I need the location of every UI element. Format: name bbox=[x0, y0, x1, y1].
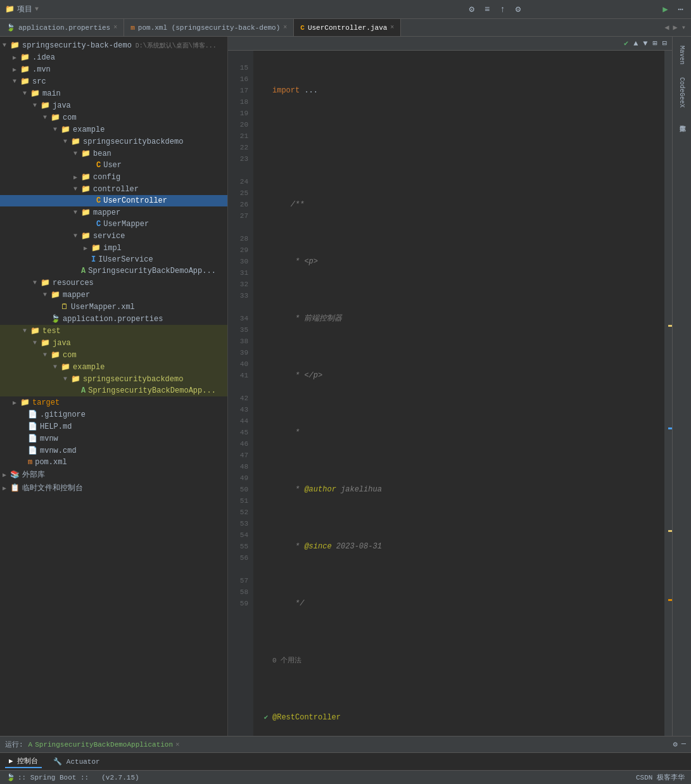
tree-item-iuserservice[interactable]: I IUserService bbox=[0, 254, 227, 265]
run-bar-label: 运行: bbox=[5, 740, 23, 749]
run-icon[interactable]: ▶ bbox=[660, 3, 670, 16]
folder-target-icon: 📁 bbox=[20, 398, 30, 407]
tree-item-usermapper-xml[interactable]: 🗒 UserMapper.xml bbox=[0, 301, 227, 313]
bottom-tab-console[interactable]: ▶ 控制台 bbox=[5, 755, 42, 768]
tree-item-com[interactable]: ▼ 📁 com bbox=[0, 111, 227, 123]
tree-item-service[interactable]: ▼ 📁 service bbox=[0, 230, 227, 242]
tree-item-test[interactable]: ▼ 📁 test bbox=[0, 325, 227, 337]
tree-item-help-md[interactable]: 📄 HELP.md bbox=[0, 420, 227, 433]
line-num-59: 59 bbox=[228, 598, 253, 609]
line-num-27: 27 bbox=[228, 210, 253, 222]
tree-item-springsecuritybackdemo[interactable]: ▼ 📁 springsecuritybackdemo bbox=[0, 136, 227, 148]
code-text-import: import ... bbox=[272, 85, 664, 96]
tree-item-config[interactable]: ▶ 📁 config bbox=[0, 171, 227, 183]
arrow-controller: ▼ bbox=[73, 186, 81, 193]
tree-item-test-java[interactable]: ▼ 📁 java bbox=[0, 337, 227, 349]
folder-bean-icon: 📁 bbox=[81, 149, 91, 158]
bottom-tab-actuator[interactable]: 🔧 Actuator bbox=[49, 756, 103, 767]
tree-item-root[interactable]: ▼ 📁 springsecurity-back-demo D:\系统默认\桌面\… bbox=[0, 39, 227, 51]
tree-label-src: src bbox=[32, 77, 46, 86]
tree-item-java[interactable]: ▼ 📁 java bbox=[0, 99, 227, 111]
tab-scroll-right-icon[interactable]: ▶ bbox=[673, 23, 678, 32]
tree-item-example[interactable]: ▼ 📁 example bbox=[0, 123, 227, 136]
structure-icon[interactable]: ≡ bbox=[482, 3, 492, 16]
tree-item-mapper-resources[interactable]: ▼ 📁 mapper bbox=[0, 289, 227, 301]
tab-app-props-label: application.properties bbox=[18, 24, 110, 32]
code-expand-icon[interactable]: ⊞ bbox=[653, 39, 657, 48]
toolbar-icons: ⚙ ≡ ↑ ⚙ ▶ ⋯ bbox=[466, 3, 686, 16]
tree-item-mvnw[interactable]: 📄 mvnw bbox=[0, 433, 227, 445]
tab-app-props-close[interactable]: × bbox=[113, 24, 117, 31]
tab-pom-close[interactable]: × bbox=[283, 24, 287, 31]
main-area: ▼ 📁 springsecurity-back-demo D:\系统默认\桌面\… bbox=[0, 37, 691, 736]
tab-user-controller[interactable]: C UserController.java × bbox=[294, 19, 401, 36]
more-icon[interactable]: ⋯ bbox=[676, 3, 686, 16]
code-shrink-icon[interactable]: ⊟ bbox=[662, 39, 667, 48]
tree-item-resources[interactable]: ▼ 📁 resources bbox=[0, 277, 227, 289]
arrow-java: ▼ bbox=[33, 102, 41, 109]
sidebar-item-codegeex[interactable]: CodeGeeX bbox=[677, 73, 687, 111]
tab-scroll-left-icon[interactable]: ◀ bbox=[664, 23, 669, 32]
tree-item-bean[interactable]: ▼ 📁 bean bbox=[0, 148, 227, 160]
tree-item-usercontroller[interactable]: C UserController bbox=[0, 195, 227, 206]
tree-item-external[interactable]: ▶ 📚 外部库 bbox=[0, 468, 227, 481]
tree-item-springapp[interactable]: A SpringsecurityBackDemoApp... bbox=[0, 265, 227, 277]
tree-item-mapper[interactable]: ▼ 📁 mapper bbox=[0, 206, 227, 218]
tree-item-test-com[interactable]: ▼ 📁 com bbox=[0, 349, 227, 361]
tree-label-com: com bbox=[63, 113, 77, 122]
tree-item-app-props[interactable]: 🍃 application.properties bbox=[0, 313, 227, 325]
tab-menu-icon[interactable]: ▾ bbox=[681, 23, 686, 32]
tree-label-mvn: .mvn bbox=[32, 65, 51, 74]
tree-item-target[interactable]: ▶ 📁 target bbox=[0, 396, 227, 408]
console-icon: ▶ bbox=[9, 757, 13, 765]
code-text-24: @RestController bbox=[272, 712, 664, 723]
tab-pom-xml[interactable]: m pom.xml (springsecurity-back-demo) × bbox=[124, 19, 294, 36]
sidebar-item-maven[interactable]: Maven bbox=[677, 42, 687, 68]
tree-label-app-props: application.properties bbox=[63, 315, 163, 324]
tree-item-pom-xml[interactable]: m pom.xml bbox=[0, 457, 227, 468]
tree-item-mvn[interactable]: ▶ 📁 .mvn bbox=[0, 63, 227, 75]
tree-item-main[interactable]: ▼ 📁 main bbox=[0, 87, 227, 99]
tab-controller-close[interactable]: × bbox=[390, 24, 394, 31]
tree-label-example: example bbox=[73, 125, 105, 134]
run-minimize-icon[interactable]: — bbox=[681, 740, 686, 749]
line-num-18: 18 bbox=[228, 96, 253, 108]
actuator-label: Actuator bbox=[67, 758, 100, 766]
line-num-17: 17 bbox=[228, 85, 253, 96]
tab-app-properties[interactable]: 🍃 application.properties × bbox=[0, 19, 124, 36]
sidebar-item-database[interactable]: 数据库 bbox=[676, 117, 688, 124]
code-nav-up-icon[interactable]: ▲ bbox=[633, 39, 638, 48]
tree-label-target: target bbox=[32, 398, 60, 407]
line-num-51: 51 bbox=[228, 495, 253, 507]
tree-label-test-app: SpringsecurityBackDemoApp... bbox=[88, 386, 216, 395]
tree-item-test-example[interactable]: ▼ 📁 example bbox=[0, 361, 227, 373]
tree-label-mapper-res: mapper bbox=[63, 291, 90, 300]
settings-icon[interactable]: ⚙ bbox=[513, 3, 523, 16]
tree-item-idea[interactable]: ▶ 📁 .idea bbox=[0, 51, 227, 63]
sync-icon[interactable]: ⚙ bbox=[466, 3, 476, 16]
tree-item-user[interactable]: C User bbox=[0, 160, 227, 171]
code-line-21: * @author jakelihua bbox=[260, 484, 664, 495]
tree-item-impl[interactable]: ▶ 📁 impl bbox=[0, 242, 227, 254]
tree-label-usercontroller: UserController bbox=[103, 196, 167, 205]
run-settings-icon[interactable]: ⚙ bbox=[673, 740, 678, 749]
line-num-30: 30 bbox=[228, 256, 253, 267]
code-nav-down-icon[interactable]: ▼ bbox=[643, 39, 647, 48]
tree-item-test-app[interactable]: A SpringsecurityBackDemoApp... bbox=[0, 385, 227, 396]
tree-item-scratches[interactable]: ▶ 📋 临时文件和控制台 bbox=[0, 481, 227, 495]
tree-item-src[interactable]: ▼ 📁 src bbox=[0, 75, 227, 87]
tree-item-gitignore[interactable]: 📄 .gitignore bbox=[0, 408, 227, 420]
line-num-33: 33 bbox=[228, 290, 253, 301]
run-app-close-icon[interactable]: × bbox=[175, 741, 180, 749]
up-icon[interactable]: ↑ bbox=[497, 3, 507, 16]
tab-controller-label: UserController.java bbox=[308, 24, 387, 32]
tree-item-usermapper[interactable]: C UserMapper bbox=[0, 218, 227, 230]
tree-item-controller[interactable]: ▼ 📁 controller bbox=[0, 183, 227, 195]
tree-label-idea: .idea bbox=[32, 53, 55, 62]
tree-label-mvnw: mvnw bbox=[40, 434, 58, 443]
tree-item-mvnw-cmd[interactable]: 📄 mvnw.cmd bbox=[0, 445, 227, 457]
code-editor[interactable]: 15 16 17 18 19 20 21 22 23 24 25 26 27 2… bbox=[228, 51, 672, 736]
tree-item-test-springback[interactable]: ▼ 📁 springsecuritybackdemo bbox=[0, 373, 227, 385]
class-usercontroller-icon: C bbox=[96, 196, 101, 205]
code-content[interactable]: import ... /** * <p> bbox=[253, 51, 664, 736]
